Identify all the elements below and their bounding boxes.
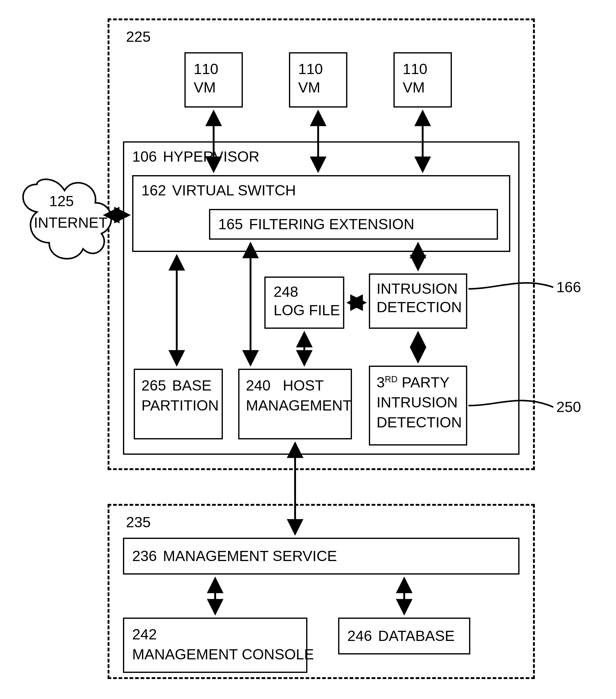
thirdparty-line3: DETECTION: [377, 413, 462, 432]
vm3-name: VM: [403, 78, 425, 97]
container-235-num: 235: [126, 513, 150, 531]
vswitch-name: VIRTUAL SWITCH: [172, 181, 296, 200]
vm1-name: VM: [194, 78, 216, 97]
intrusion-line2: DETECTION: [377, 298, 462, 316]
basepart-name1: BASE: [172, 377, 211, 395]
vm2-name: VM: [298, 78, 320, 97]
hostmgmt-name1: HOST: [283, 377, 324, 395]
callout-166: 166: [556, 278, 581, 296]
mgmtconsole-num: 242: [132, 625, 157, 644]
diagram-stage: 225 110 VM 110 VM 110 VM 106 HYPERVISOR …: [0, 0, 616, 699]
container-225-num: 225: [126, 28, 150, 46]
basepart-num: 265: [141, 377, 166, 395]
intrusion-line1: INTRUSION: [377, 280, 458, 298]
vm2-num: 110: [298, 60, 323, 78]
hostmgmt-name2: MANAGEMENT: [246, 396, 352, 415]
thirdparty-line2: INTRUSION: [377, 393, 458, 412]
mgmtconsole-name: MANAGEMENT CONSOLE: [132, 645, 314, 664]
database-num: 246: [348, 627, 372, 645]
vm3-num: 110: [403, 60, 427, 78]
callout-250: 250: [556, 398, 581, 416]
hypervisor-name: HYPERVISOR: [163, 147, 260, 166]
internet-name: INTERNET: [34, 213, 108, 232]
hostmgmt-num: 240: [246, 377, 271, 395]
filtering-name: FILTERING EXTENSION: [249, 215, 414, 234]
vswitch-num: 162: [141, 181, 166, 200]
hypervisor-num: 106: [132, 147, 157, 166]
logfile-name: LOG FILE: [274, 301, 340, 319]
logfile-num: 248: [274, 283, 298, 301]
internet-num: 125: [49, 192, 74, 210]
mgmtservice-num: 236: [132, 547, 157, 565]
vm1-num: 110: [194, 60, 218, 78]
database-name: DATABASE: [378, 627, 455, 645]
basepart-name2: PARTITION: [141, 396, 219, 415]
thirdparty-line1: 3RD PARTY: [377, 373, 449, 392]
mgmtservice-name: MANAGEMENT SERVICE: [163, 547, 337, 565]
filtering-num: 165: [218, 215, 243, 234]
